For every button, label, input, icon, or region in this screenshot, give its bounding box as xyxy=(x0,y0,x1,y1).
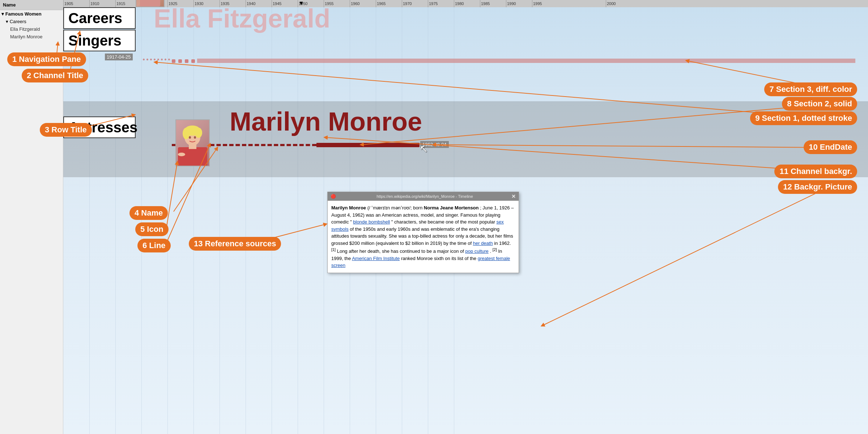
grid-line-1920 xyxy=(141,7,142,434)
wiki-text-born-name: Norma Jeane Mortenson xyxy=(424,205,479,210)
year-1970: 1970 xyxy=(402,0,412,7)
svg-rect-1 xyxy=(140,0,160,7)
wiki-link-death[interactable]: her death xyxy=(473,241,493,246)
channel-title-careers: Careers xyxy=(68,10,122,26)
ella-photo-inner xyxy=(136,0,164,7)
marilyn-end-date: 1962-08-04 xyxy=(420,141,449,148)
year-1930: 1930 xyxy=(193,0,203,7)
marilyn-photo xyxy=(175,119,210,166)
svg-point-12 xyxy=(189,136,191,139)
wiki-popup[interactable]: 🔴 https://en.wikipedia.org/wiki/Marilyn_… xyxy=(327,192,519,273)
wiki-text-7: . xyxy=(490,248,491,254)
channel-title-actresses: Actresses xyxy=(68,119,137,135)
year-1985: 1985 xyxy=(480,0,490,7)
nav-careers[interactable]: ▾ Careers xyxy=(0,18,63,25)
year-1955: 1955 xyxy=(324,0,333,7)
year-1995: 1995 xyxy=(532,0,542,7)
marilyn-solid-bar xyxy=(316,143,420,147)
ella-photo xyxy=(136,0,165,7)
ella-solid-bar xyxy=(197,59,855,63)
year-1980: 1980 xyxy=(454,0,464,7)
channel-title-singers: Singers xyxy=(68,33,122,48)
wiki-link-blonde[interactable]: blonde bombshell xyxy=(353,219,390,225)
year-1960: 1960 xyxy=(350,0,359,7)
year-1905: 1905 xyxy=(63,0,73,7)
wiki-link-afi[interactable]: American Film Institute xyxy=(352,256,400,261)
year-1940: 1940 xyxy=(246,0,255,7)
svg-point-14 xyxy=(178,153,185,156)
year-1915: 1915 xyxy=(115,0,125,7)
grid-line-1925 xyxy=(167,7,168,434)
wiki-text-6: Long after her death, she has continued … xyxy=(337,248,465,254)
channel-box-singers: Singers xyxy=(63,30,136,51)
year-1910: 1910 xyxy=(89,0,99,7)
nav-famous-women[interactable]: ▾ Famous Women xyxy=(0,10,63,18)
year-1935: 1935 xyxy=(220,0,229,7)
svg-point-10 xyxy=(183,128,190,139)
ruler-marker: ▼ xyxy=(298,0,304,7)
wiki-text-9: ranked Monroe sixth on its list of the xyxy=(401,256,478,261)
wiki-text-3: " characters, she became one of the most… xyxy=(391,219,497,225)
grid-line-1945 xyxy=(272,7,272,434)
nav-header: Name xyxy=(0,0,63,10)
year-1975: 1975 xyxy=(428,0,438,7)
ella-dots-section xyxy=(172,60,197,63)
wiki-popup-header: 🔴 https://en.wikipedia.org/wiki/Marilyn_… xyxy=(328,192,519,201)
wiki-popup-url: https://en.wikipedia.org/wiki/Marilyn_Mo… xyxy=(376,194,473,199)
ella-section1-dotted xyxy=(143,59,170,62)
timeline-area: 1905 1910 1915 1920 1925 1930 1935 1940 … xyxy=(63,0,868,434)
nav-marilyn-monroe[interactable]: Marilyn Monroe xyxy=(0,33,63,41)
wiki-ref-2: [2] xyxy=(493,247,497,252)
wiki-link-pop-culture[interactable]: pop culture xyxy=(465,248,489,254)
channel-box-actresses: Actresses xyxy=(63,116,136,138)
svg-point-13 xyxy=(194,136,196,139)
year-1925: 1925 xyxy=(167,0,177,7)
year-1965: 1965 xyxy=(376,0,386,7)
year-1945: 1945 xyxy=(272,0,281,7)
year-2000: 2000 xyxy=(606,0,616,7)
expand-icon-careers: ▾ xyxy=(6,19,10,24)
wiki-ref-1: [1] xyxy=(331,247,336,252)
wiki-popup-body: Marilyn Monroe (/ ˈmærɪlɪn mənˈroʊ/; bor… xyxy=(328,201,519,273)
timeline-ruler: 1905 1910 1915 1920 1925 1930 1935 1940 … xyxy=(63,0,868,7)
grid-line-1950 xyxy=(298,7,298,434)
channel-labels: Careers Singers Actresses xyxy=(63,7,136,139)
wiki-text-name: Marilyn Monroe xyxy=(331,205,366,210)
ella-name-display: Ella Fitzgerald xyxy=(154,4,850,33)
grid-line-1930 xyxy=(193,7,194,434)
marilyn-photo-inner xyxy=(176,120,209,166)
svg-point-11 xyxy=(195,128,202,138)
grid-line-1955 xyxy=(324,7,324,434)
wiki-text-5: in 1962. xyxy=(494,241,511,246)
grid-line-1940 xyxy=(246,7,246,434)
wiki-icon: 🔴 xyxy=(331,194,336,199)
navigation-pane: Name ▾ Famous Women ▾ Careers Ella Fitzg… xyxy=(0,0,63,434)
nav-ella-fitzgerald[interactable]: Ella Fitzgerald xyxy=(0,25,63,33)
wiki-text-1: (/ ˈmærɪlɪn mənˈroʊ/; born xyxy=(367,205,424,210)
channel-box-careers: Careers xyxy=(63,7,136,29)
year-1990: 1990 xyxy=(506,0,516,7)
channel-box-actresses-container: Actresses xyxy=(63,116,136,138)
svg-rect-6 xyxy=(178,147,207,166)
marilyn-name-display: Marilyn Monroe xyxy=(230,107,422,136)
expand-icon: ▾ xyxy=(1,11,5,17)
wiki-popup-close-button[interactable]: ✕ xyxy=(511,193,516,199)
grid-line-1935 xyxy=(220,7,220,434)
